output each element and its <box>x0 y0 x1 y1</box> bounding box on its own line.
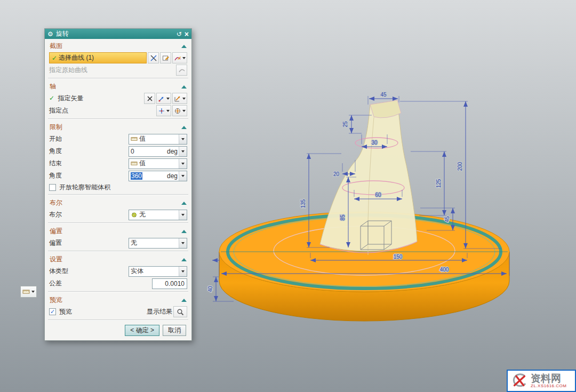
chevron-up-icon[interactable] <box>181 258 187 261</box>
chevron-up-icon[interactable] <box>181 126 187 129</box>
group-header-boolean[interactable]: 布尔 <box>45 197 191 209</box>
vector-dialog-button[interactable] <box>172 93 187 104</box>
body-type-label: 体类型 <box>49 267 127 276</box>
dropdown-arrow-icon <box>181 150 185 153</box>
boolean-label: 布尔 <box>49 210 127 219</box>
show-result-button[interactable] <box>173 306 187 317</box>
angle-value-selected[interactable]: 360 <box>131 172 142 180</box>
chevron-up-icon[interactable] <box>181 230 187 233</box>
dimension-label[interactable]: 60 <box>375 192 381 198</box>
reverse-vector-button[interactable] <box>144 93 155 104</box>
tolerance-label: 公差 <box>49 279 151 288</box>
reset-icon[interactable]: ↺ <box>177 31 182 37</box>
dimension-label[interactable]: 20 <box>333 171 340 177</box>
open-profile-row: 开放轮廓智能体积 <box>45 182 191 193</box>
dimension-label[interactable]: 200 <box>457 162 463 171</box>
vector-dialog-icon <box>174 95 181 102</box>
dimension-label[interactable]: 150 <box>394 254 403 260</box>
dimension-label[interactable]: 40 <box>207 286 213 292</box>
dropdown-button[interactable] <box>179 238 187 248</box>
curve-icon <box>178 67 186 74</box>
group-header-offset[interactable]: 偏置 <box>45 225 191 237</box>
group-header-axis[interactable]: 轴 <box>45 81 191 92</box>
dropdown-arrow-icon <box>181 163 185 165</box>
gear-icon: ⚙ <box>47 31 53 37</box>
separator <box>48 319 188 321</box>
check-icon: ✓ <box>49 94 54 102</box>
boolean-none-icon <box>131 211 138 218</box>
angle-value[interactable]: 0 <box>131 148 134 155</box>
start-label: 开始 <box>49 134 127 143</box>
dimension-label[interactable]: 45 <box>444 216 450 222</box>
crossed-arrows-icon <box>150 54 157 62</box>
start-value: 值 <box>139 134 146 143</box>
dimension-label[interactable]: 135 <box>300 199 306 208</box>
point-constructor-button[interactable] <box>156 105 171 116</box>
dimension-label[interactable]: 45 <box>380 92 387 98</box>
offset-row: 偏置 无 <box>45 237 191 249</box>
end-type-dropdown[interactable]: 值 <box>129 158 187 169</box>
vector-constructor-button[interactable] <box>156 93 171 104</box>
x-mark-icon <box>147 95 153 102</box>
dropdown-button[interactable] <box>179 267 187 276</box>
check-icon: ✓ <box>52 54 57 62</box>
chevron-up-icon[interactable] <box>181 45 187 48</box>
dropdown-arrow-icon <box>166 110 170 112</box>
dimension-label[interactable]: 25 <box>342 121 348 127</box>
point-dialog-button[interactable] <box>172 105 187 116</box>
offset-value: 无 <box>131 238 137 247</box>
dropdown-arrow-icon <box>182 110 186 112</box>
origin-curve-button[interactable] <box>176 65 187 76</box>
group-label: 偏置 <box>50 227 62 236</box>
boolean-dropdown[interactable]: 无 <box>129 210 187 220</box>
dropdown-button[interactable] <box>179 147 187 156</box>
tolerance-input[interactable]: 0.0010 <box>152 278 187 289</box>
start-angle-input[interactable]: 0 deg <box>129 146 187 157</box>
offset-dropdown[interactable]: 无 <box>129 238 187 249</box>
origin-curve-label: 指定原始曲线 <box>49 66 175 75</box>
dropdown-button[interactable] <box>179 210 187 220</box>
dropdown-button[interactable] <box>179 134 187 144</box>
dialog-titlebar[interactable]: ⚙ 旋转 ↺ × <box>45 29 191 39</box>
chevron-up-icon[interactable] <box>181 202 187 205</box>
site-name: 资料网 <box>531 373 566 384</box>
select-curve-field[interactable]: ✓ 选择曲线 (1) <box>49 52 147 63</box>
docked-value-dropdown[interactable] <box>20 286 37 298</box>
vector-icon <box>158 95 165 102</box>
group-header-section[interactable]: 截面 <box>45 40 191 52</box>
sketch-section-button[interactable] <box>172 52 187 63</box>
ok-button[interactable]: < 确定 > <box>125 325 159 336</box>
preview-checkbox[interactable]: ✓ <box>49 308 56 315</box>
dimension-label[interactable]: 30 <box>371 140 378 146</box>
end-angle-input[interactable]: 360 deg <box>129 171 187 181</box>
dimension-label[interactable]: 85 <box>340 214 346 221</box>
group-header-limits[interactable]: 限制 <box>45 121 191 133</box>
group-header-settings[interactable]: 设置 <box>45 253 191 265</box>
dropdown-arrow-icon <box>166 98 170 100</box>
swap-direction-button[interactable] <box>148 52 159 63</box>
group-header-preview[interactable]: 预览 <box>45 294 191 306</box>
chevron-up-icon[interactable] <box>181 85 187 89</box>
point-icon <box>158 107 165 115</box>
chevron-up-icon[interactable] <box>181 299 187 302</box>
dropdown-button[interactable] <box>179 159 187 169</box>
value-icon <box>131 160 138 167</box>
separator <box>48 118 188 119</box>
dropdown-button[interactable] <box>179 171 187 181</box>
curve-collector-button[interactable] <box>160 52 171 63</box>
separator <box>48 78 188 79</box>
close-icon[interactable]: × <box>185 30 189 38</box>
start-angle-row: 角度 0 deg <box>45 145 191 157</box>
dimension-label[interactable]: 400 <box>440 267 449 273</box>
dimension-label[interactable]: 125 <box>436 179 442 188</box>
cancel-button[interactable]: 取消 <box>163 325 186 336</box>
dropdown-arrow-icon <box>181 242 185 244</box>
sketch-icon <box>162 54 170 62</box>
start-type-dropdown[interactable]: 值 <box>129 134 187 145</box>
watermark-badge: 资料网 ZL.XS1616.COM <box>507 370 576 392</box>
tolerance-value: 0.0010 <box>165 280 185 287</box>
show-result-label: 显示结果 <box>147 307 172 316</box>
body-type-dropdown[interactable]: 实体 <box>129 266 187 277</box>
open-profile-checkbox[interactable] <box>49 184 56 191</box>
body-type-row: 体类型 实体 <box>45 265 191 277</box>
